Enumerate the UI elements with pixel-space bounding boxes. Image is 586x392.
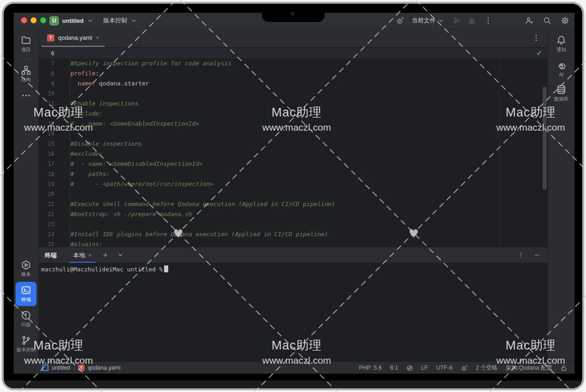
caret-position[interactable]: 6:1	[390, 365, 398, 371]
project-name[interactable]: untitled	[62, 17, 84, 24]
tool-button-version-control[interactable]: 版本控制	[16, 332, 37, 356]
code-line: #include:	[70, 109, 102, 119]
problems-icon	[21, 310, 31, 320]
file-encoding[interactable]: UTF-8	[436, 365, 452, 371]
line-number: 11	[39, 99, 54, 109]
terminal-panel-header: 终端 本地 ×	[39, 247, 548, 264]
more-actions-button[interactable]	[484, 16, 492, 25]
line-number: 6	[39, 48, 54, 58]
bottom-bezel-strip	[4, 381, 582, 388]
terminal-cursor	[164, 265, 168, 272]
code-editor[interactable]: 67#Specify inspection profile for code a…	[39, 47, 548, 247]
display-notch	[262, 4, 325, 22]
line-number: 12	[39, 109, 54, 119]
settings-button[interactable]	[561, 16, 569, 25]
close-window-button[interactable]	[21, 17, 27, 23]
chevron-down-icon[interactable]	[130, 17, 137, 24]
vcs-icon	[21, 335, 31, 345]
vcs-menu[interactable]: 版本控制	[103, 16, 127, 25]
code-line: #Install IDE plugins before Qodana execu…	[70, 229, 328, 239]
php-version[interactable]: PHP: 5.6	[359, 365, 382, 371]
breadcrumb-file[interactable]: qodana.yaml	[88, 365, 121, 371]
code-line: #Disable inspections	[70, 139, 142, 149]
terminal-dropdown-icon[interactable]	[117, 252, 124, 259]
breadcrumb-project[interactable]: untitled	[52, 365, 70, 371]
minimize-window-button[interactable]	[31, 17, 37, 23]
tool-button-label: 问题	[21, 322, 31, 328]
line-number: 14	[39, 129, 54, 139]
tab-options-button[interactable]	[532, 34, 540, 42]
tab-label: qodana.yaml	[58, 34, 92, 41]
left-tool-stripe: 项目结构 服务终端问题版本控制	[14, 28, 39, 362]
debug-button[interactable]	[468, 16, 476, 25]
tool-button-project[interactable]: 项目	[16, 32, 37, 56]
tool-button-structure[interactable]: 结构	[16, 62, 37, 86]
chevron-down-icon[interactable]	[87, 17, 94, 24]
code-line: #bootstrap: sh ./prepare-qodana.sh	[70, 209, 192, 219]
yaml-file-icon: Y	[47, 34, 54, 42]
tool-button-ai-assistant[interactable]: AI	[550, 57, 573, 80]
line-number: 24	[39, 229, 54, 239]
breadcrumb: untitled › Y qodana.yaml	[42, 365, 121, 371]
line-number: 8	[39, 69, 54, 79]
line-number: 21	[39, 199, 54, 209]
tool-button-database[interactable]: 数据库	[550, 81, 573, 106]
chevron-down-icon	[437, 17, 444, 24]
services-icon	[21, 260, 31, 270]
tool-button-more-tools[interactable]	[16, 87, 37, 104]
traffic-lights	[21, 17, 46, 23]
tab-close-icon[interactable]: ×	[96, 35, 99, 41]
code-line: profile:	[70, 69, 99, 79]
terminal-tab-local[interactable]: 本地 ×	[69, 248, 96, 263]
qodana-icon[interactable]	[461, 365, 468, 371]
line-number: 23	[39, 219, 54, 229]
tab-qodana-yaml[interactable]: Y qodana.yaml ×	[42, 28, 105, 47]
ide-window: U untitled 版本控制 当前文件	[14, 13, 575, 374]
terminal-output[interactable]: maczhuli@MaczhulideiMac untitled %	[39, 263, 548, 362]
terminal-options-button[interactable]	[517, 252, 524, 259]
code-line: # - <path/where/not/run/inspection>	[70, 179, 213, 189]
schema-widget[interactable]: 架构:Qodana 配置	[506, 364, 552, 372]
tool-button-terminal[interactable]: 终端	[16, 282, 37, 306]
tool-button-label: 终端	[21, 297, 31, 303]
line-separator[interactable]: LF	[421, 365, 428, 371]
line-number: 9	[39, 79, 54, 89]
indent-style[interactable]: 2 个空格	[476, 364, 498, 372]
code-line: #exclude:	[70, 149, 102, 159]
terminal-prompt: maczhuli@MaczhulideiMac untitled %	[41, 265, 168, 273]
terminal-panel-title: 终端	[45, 251, 57, 260]
hard-wrap-guide	[499, 47, 500, 247]
line-number: 16	[39, 149, 54, 159]
terminal-tab-label: 本地	[73, 251, 85, 260]
qodana-toolbar-icon[interactable]	[396, 16, 404, 25]
terminal-tab-close-icon[interactable]: ×	[88, 252, 92, 258]
yaml-file-icon: Y	[78, 365, 85, 371]
line-number: 20	[39, 189, 54, 199]
status-bar: untitled › Y qodana.yaml PHP: 5.66:1LFUT…	[14, 361, 575, 374]
screenshot-canvas: U untitled 版本控制 当前文件	[0, 0, 586, 392]
structure-icon	[21, 65, 31, 75]
ai-icon	[556, 60, 566, 70]
code-line: # - name: <SomeEnabledInspectionId>	[70, 119, 199, 129]
line-number: 15	[39, 139, 54, 149]
highlight-level-icon[interactable]	[406, 365, 413, 371]
hide-terminal-button[interactable]	[533, 252, 540, 259]
search-everywhere-button[interactable]	[543, 16, 551, 25]
tool-button-services[interactable]: 服务	[16, 257, 37, 281]
tool-button-notifications[interactable]: 通知	[550, 32, 573, 56]
line-number: 25	[39, 239, 54, 247]
run-button[interactable]	[452, 16, 460, 25]
project-icon	[42, 365, 48, 371]
tool-button-label: AI	[559, 72, 564, 77]
tool-button-problems[interactable]: 问题	[16, 307, 37, 331]
inspection-ok-icon[interactable]: ✓	[536, 49, 542, 57]
database-icon	[556, 85, 566, 95]
editor-scrollbar[interactable]	[543, 87, 547, 190]
folder-icon	[21, 35, 31, 45]
new-terminal-button[interactable]	[102, 252, 109, 259]
zoom-window-button[interactable]	[40, 17, 46, 23]
run-configuration-selector[interactable]: 当前文件	[412, 16, 444, 25]
terminal-icon	[21, 285, 31, 295]
invite-user-button[interactable]	[525, 16, 533, 25]
unlock-icon[interactable]	[560, 365, 567, 371]
